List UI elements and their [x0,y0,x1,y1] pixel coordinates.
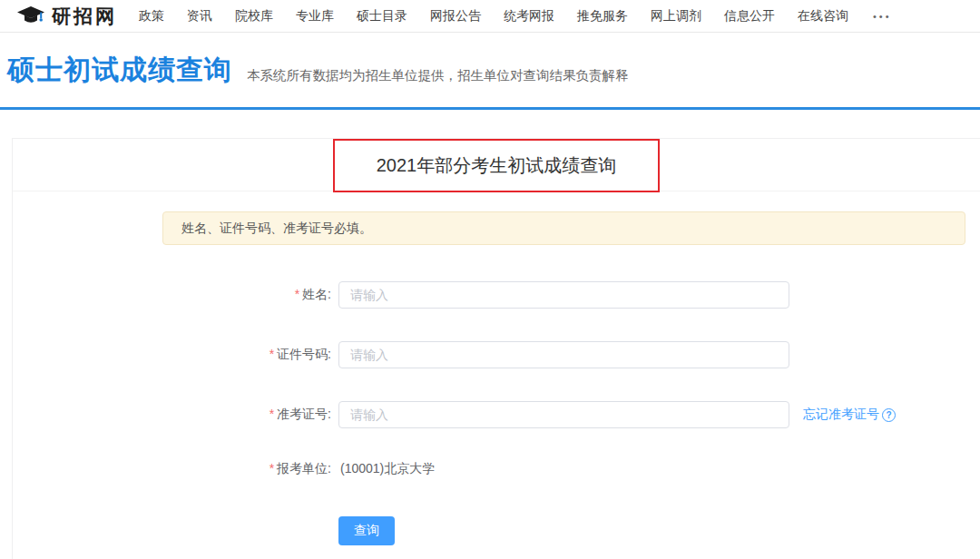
page-header: 硕士初试成绩查询 本系统所有数据均为招生单位提供，招生单位对查询结果负责解释 [0,33,980,107]
ticket-number-input[interactable] [338,401,789,428]
nav-item-online-consult[interactable]: 在线咨询 [798,8,848,25]
ticket-number-label: *准考证号: [13,407,338,423]
site-logo[interactable]: 研招网 [16,4,117,29]
question-circle-icon: ? [882,408,896,422]
nav-item-college-db[interactable]: 院校库 [235,8,273,25]
form-row-target-unit: *报考单位: (10001)北京大学 [13,461,980,477]
page-subtitle: 本系统所有数据均为招生单位提供，招生单位对查询结果负责解释 [247,67,629,84]
nav-links: 政策 资讯 院校库 专业库 硕士目录 网报公告 统考网报 推免服务 网上调剂 信… [139,8,892,25]
nav-item-policy[interactable]: 政策 [139,8,164,25]
nav-more-button[interactable]: ••• [873,11,892,22]
form-row-name: *姓名: [13,281,980,309]
nav-item-online-adjustment[interactable]: 网上调剂 [651,8,701,25]
name-label-text: 姓名: [302,287,331,301]
required-asterisk: * [270,407,274,421]
forgot-ticket-link[interactable]: 忘记准考证号 ? [803,407,896,423]
nav-item-major-db[interactable]: 专业库 [296,8,334,25]
ticket-number-label-text: 准考证号: [277,407,331,421]
nav-item-online-report-notice[interactable]: 网报公告 [430,8,481,25]
name-input[interactable] [338,281,789,309]
red-annotation-box: 2021年部分考生初试成绩查询 [333,139,661,192]
page-title: 硕士初试成绩查询 [7,52,232,89]
main-content: 2021年部分考生初试成绩查询 姓名、证件号码、准考证号必填。 *姓名: *证件… [0,110,980,559]
nav-item-news[interactable]: 资讯 [187,8,212,25]
required-asterisk: * [270,347,274,361]
id-number-input[interactable] [338,341,789,368]
card-body: 姓名、证件号码、准考证号必填。 *姓名: *证件号码: [13,191,980,545]
query-card: 2021年部分考生初试成绩查询 姓名、证件号码、准考证号必填。 *姓名: *证件… [12,138,980,559]
form-row-ticket-number: *准考证号: 忘记准考证号 ? [13,401,980,428]
nav-item-info-disclosure[interactable]: 信息公开 [724,8,775,25]
top-navbar: 研招网 政策 资讯 院校库 专业库 硕士目录 网报公告 统考网报 推免服务 网上… [0,0,980,33]
form-row-id-number: *证件号码: [13,341,980,368]
nav-item-unified-exam[interactable]: 统考网报 [504,8,554,25]
logo-text: 研招网 [52,4,117,29]
required-asterisk: * [270,461,274,476]
required-fields-alert: 姓名、证件号码、准考证号必填。 [162,211,965,245]
nav-item-master-catalog[interactable]: 硕士目录 [357,8,407,25]
form-row-submit: 查询 [13,516,980,545]
graduation-cap-icon [16,5,45,27]
id-number-label: *证件号码: [13,347,338,363]
alert-text: 姓名、证件号码、准考证号必填。 [181,221,372,237]
name-label: *姓名: [13,287,338,303]
card-title: 2021年部分考生初试成绩查询 [377,153,617,178]
score-query-form: *姓名: *证件号码: *准考证号: 忘记准考证号 [13,281,980,545]
target-unit-value: (10001)北京大学 [340,461,435,477]
target-unit-label-text: 报考单位: [277,461,331,476]
forgot-ticket-link-text: 忘记准考证号 [803,407,879,423]
card-header: 2021年部分考生初试成绩查询 [13,139,980,191]
query-button[interactable]: 查询 [338,516,395,545]
nav-item-exempt-service[interactable]: 推免服务 [577,8,628,25]
required-asterisk: * [295,287,299,301]
target-unit-label: *报考单位: [13,461,338,477]
question-glyph: ? [886,410,891,420]
id-number-label-text: 证件号码: [277,347,331,361]
